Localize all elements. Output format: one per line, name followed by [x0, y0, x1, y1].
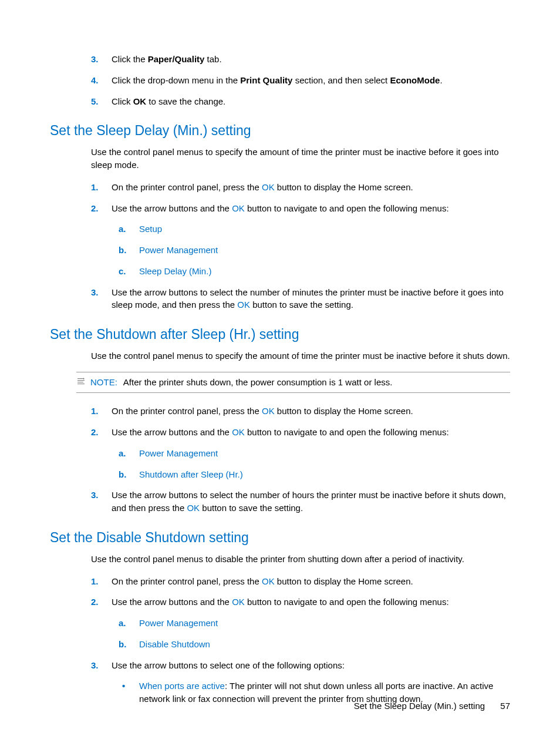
heading-sleep-delay: Set the Sleep Delay (Min.) setting	[50, 123, 510, 139]
step-4: 4. Click the drop-down menu in the Print…	[91, 74, 510, 87]
sub-steps: a.Setup b.Power Management c.Sleep Delay…	[119, 223, 510, 277]
list-item: 1. On the printer control panel, press t…	[91, 575, 510, 588]
steps-disable-shutdown: 1. On the printer control panel, press t…	[91, 575, 510, 705]
step-text: On the printer control panel, press the …	[112, 406, 413, 416]
step-text: Click the drop-down menu in the Print Qu…	[112, 75, 443, 85]
step-text: Click the Paper/Quality tab.	[112, 54, 222, 64]
list-item: 3. Use the arrow buttons to select the n…	[91, 286, 510, 312]
intro-disable-shutdown: Use the control panel menus to disable t…	[91, 553, 510, 566]
sub-steps: a.Power Management b.Disable Shutdown	[119, 617, 510, 651]
heading-disable-shutdown: Set the Disable Shutdown setting	[50, 530, 510, 546]
intro-shutdown-after-sleep: Use the control panel menus to specify t…	[91, 350, 510, 362]
list-item: 1. On the printer control panel, press t…	[91, 405, 510, 418]
sub-item: c.Sleep Delay (Min.)	[119, 265, 510, 278]
step-text: Use the arrow buttons to select the numb…	[112, 490, 506, 513]
step-number: 2.	[91, 202, 99, 215]
list-item: 2. Use the arrow buttons and the OK butt…	[91, 202, 510, 278]
step-number: 3.	[91, 489, 99, 502]
note-box: NOTE:After the printer shuts down, the p…	[76, 372, 510, 394]
sub-item: a.Power Management	[119, 447, 510, 460]
step-number: 2.	[91, 426, 99, 439]
note-icon	[76, 377, 86, 389]
footer-section-title: Set the Sleep Delay (Min.) setting	[354, 701, 485, 711]
step-text: On the printer control panel, press the …	[112, 576, 413, 586]
step-text: Use the arrow buttons and the OK button …	[112, 427, 449, 437]
step-number: 4.	[91, 74, 99, 87]
step-text: Use the arrow buttons and the OK button …	[112, 203, 449, 213]
list-item: 1. On the printer control panel, press t…	[91, 181, 510, 194]
sub-item: a.Power Management	[119, 617, 510, 630]
step-number: 1.	[91, 181, 99, 194]
step-text: Click OK to save the change.	[112, 96, 225, 106]
step-number: 5.	[91, 95, 99, 108]
list-item: 3. Use the arrow buttons to select the n…	[91, 489, 510, 515]
step-text: On the printer control panel, press the …	[112, 182, 413, 192]
list-item: 2. Use the arrow buttons and the OK butt…	[91, 426, 510, 480]
top-steps-list: 3. Click the Paper/Quality tab. 4. Click…	[91, 53, 510, 107]
page-number: 57	[500, 701, 510, 711]
note-text: After the printer shuts down, the power …	[123, 377, 393, 387]
steps-sleep-delay: 1. On the printer control panel, press t…	[91, 181, 510, 311]
intro-sleep-delay: Use the control panel menus to specify t…	[91, 146, 510, 172]
step-number: 3.	[91, 53, 99, 66]
step-5: 5. Click OK to save the change.	[91, 95, 510, 108]
step-text: Use the arrow buttons to select one of t…	[112, 660, 345, 670]
step-number: 3.	[91, 659, 99, 672]
list-item: 2. Use the arrow buttons and the OK butt…	[91, 596, 510, 650]
note-content: NOTE:After the printer shuts down, the p…	[90, 376, 392, 388]
document-page: 3. Click the Paper/Quality tab. 4. Click…	[0, 0, 560, 746]
step-text: Use the arrow buttons to select the numb…	[112, 287, 504, 310]
step-number: 3.	[91, 286, 99, 299]
heading-shutdown-after-sleep: Set the Shutdown after Sleep (Hr.) setti…	[50, 327, 510, 342]
step-number: 1.	[91, 405, 99, 418]
step-number: 1.	[91, 575, 99, 588]
step-3: 3. Click the Paper/Quality tab.	[91, 53, 510, 66]
sub-steps: a.Power Management b.Shutdown after Slee…	[119, 447, 510, 481]
step-text: Use the arrow buttons and the OK button …	[112, 597, 449, 607]
sub-item: b.Disable Shutdown	[119, 638, 510, 651]
list-item: 3. Use the arrow buttons to select one o…	[91, 659, 510, 705]
steps-shutdown-after-sleep: 1. On the printer control panel, press t…	[91, 405, 510, 515]
note-label: NOTE:	[90, 377, 117, 387]
page-footer: Set the Sleep Delay (Min.) setting 57	[354, 701, 510, 711]
sub-item: b.Power Management	[119, 244, 510, 257]
sub-item: b.Shutdown after Sleep (Hr.)	[119, 468, 510, 481]
bullet-icon: •	[122, 680, 125, 693]
sub-item: a.Setup	[119, 223, 510, 236]
step-number: 2.	[91, 596, 99, 609]
